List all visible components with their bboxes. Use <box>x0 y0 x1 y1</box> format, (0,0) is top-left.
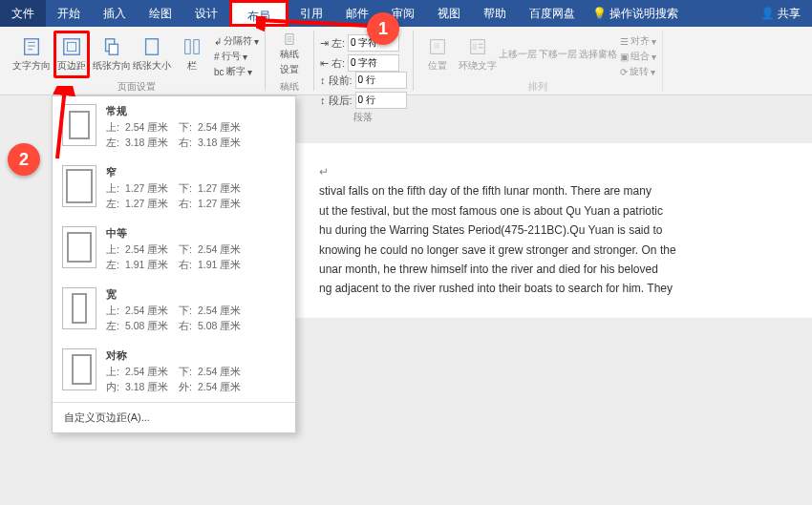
tab-view[interactable]: 视图 <box>426 0 472 27</box>
annotation-marker-1: 1 <box>367 12 399 45</box>
paragraph-mark-icon: ↵ <box>319 165 329 179</box>
indent-left-icon: ⇥ <box>320 37 329 50</box>
line-numbers-button[interactable]: #行号 ▾ <box>214 50 259 63</box>
paper-size-button[interactable]: 纸张大小 <box>134 31 170 78</box>
hyphenation-button[interactable]: bc断字 ▾ <box>214 65 259 78</box>
svg-rect-7 <box>194 40 200 54</box>
selection-pane-button[interactable]: 选择窗格 <box>580 31 616 78</box>
margin-preset-icon <box>62 226 96 268</box>
share-icon: 👤 <box>760 7 775 20</box>
group-paragraph: 段落 <box>320 111 407 124</box>
tab-design[interactable]: 设计 <box>183 0 229 27</box>
page-margin-button[interactable]: 页边距 <box>53 31 90 78</box>
group-icon: ▣ <box>620 52 629 62</box>
group-arrange: 排列 <box>419 80 656 94</box>
margin-dropdown: 常规上:2.54 厘米下:2.54 厘米左:3.18 厘米右:3.18 厘米窄上… <box>52 95 296 433</box>
lightbulb-icon: 💡 <box>592 7 607 20</box>
breaks-icon: ↲ <box>214 36 222 47</box>
tab-draw[interactable]: 绘图 <box>138 0 183 27</box>
ribbon: 文字方向 页边距 纸张方向 纸张大小 栏 ↲分隔符 ▾ #行号 ▾ bc断字 ▾… <box>0 27 812 95</box>
margin-preset-icon <box>62 165 96 207</box>
rotate-button: ⟳ 旋转 ▾ <box>620 65 656 78</box>
space-after-icon: ↕ <box>320 95 326 106</box>
margin-preset-wide[interactable]: 宽上:2.54 厘米下:2.54 厘米左:5.08 厘米右:5.08 厘米 <box>53 280 295 341</box>
align-icon: ☰ <box>620 36 629 47</box>
annotation-marker-2: 2 <box>8 143 40 176</box>
send-backward-button: 下移一层 <box>540 31 576 78</box>
custom-margins-button[interactable]: 自定义页边距(A)... <box>53 402 295 432</box>
bring-forward-button: 上移一层 <box>500 31 536 78</box>
svg-rect-12 <box>472 43 477 50</box>
hyphen-icon: bc <box>214 67 224 77</box>
margin-preset-icon <box>62 348 96 390</box>
tab-file[interactable]: 文件 <box>0 0 46 27</box>
line-no-icon: # <box>214 52 220 62</box>
tab-netdisk[interactable]: 百度网盘 <box>518 0 587 27</box>
tab-help[interactable]: 帮助 <box>472 0 518 27</box>
tab-insert[interactable]: 插入 <box>92 0 138 27</box>
svg-rect-2 <box>67 42 75 51</box>
svg-rect-6 <box>185 40 191 54</box>
space-before-input[interactable] <box>355 72 407 89</box>
margin-preset-narrow[interactable]: 窄上:1.27 厘米下:1.27 厘米左:1.27 厘米右:1.27 厘米 <box>53 158 295 219</box>
svg-rect-1 <box>64 39 80 55</box>
menubar: 文件 开始 插入 绘图 设计 布局 引用 邮件 审阅 视图 帮助 百度网盘 💡 … <box>0 0 812 27</box>
annotation-arrow-2 <box>48 86 76 160</box>
svg-rect-10 <box>434 43 439 49</box>
margin-preset-moderate[interactable]: 中等上:2.54 厘米下:2.54 厘米左:1.91 厘米右:1.91 厘米 <box>53 219 295 280</box>
indent-right-icon: ⇤ <box>320 57 329 70</box>
svg-line-14 <box>57 88 65 158</box>
space-before-icon: ↕ <box>320 74 326 86</box>
svg-rect-5 <box>146 39 159 55</box>
rotate-icon: ⟳ <box>620 67 628 77</box>
orientation-button[interactable]: 纸张方向 <box>94 31 130 78</box>
align-button[interactable]: ☰ 对齐 ▾ <box>620 34 656 48</box>
svg-rect-4 <box>109 44 118 54</box>
share-button[interactable]: 👤 共享 <box>749 0 812 27</box>
annotation-arrow-1 <box>256 16 371 35</box>
document-body[interactable]: ↵ stival falls on the fifth day of the f… <box>296 143 812 318</box>
columns-button[interactable]: 栏 <box>174 31 210 78</box>
wrap-text-button: 环绕文字 <box>459 31 496 78</box>
svg-line-13 <box>258 20 369 26</box>
indent-right-input[interactable] <box>348 54 399 72</box>
tab-start[interactable]: 开始 <box>46 0 92 27</box>
group-paper: 稿纸 <box>271 80 308 94</box>
group-button: ▣ 组合 ▾ <box>620 50 656 63</box>
margin-preset-mirror[interactable]: 对称上:2.54 厘米下:2.54 厘米内:3.18 厘米外:2.54 厘米 <box>53 341 295 402</box>
svg-rect-0 <box>25 39 39 55</box>
paper-settings-button[interactable]: 稿纸设置 <box>271 31 308 78</box>
position-button: 位置 <box>419 31 456 78</box>
tell-me-search[interactable]: 💡 操作说明搜索 <box>592 6 678 22</box>
breaks-button[interactable]: ↲分隔符 ▾ <box>214 34 259 48</box>
text-direction-button[interactable]: 文字方向 <box>13 31 50 78</box>
margin-preset-icon <box>62 287 96 329</box>
margin-preset-normal[interactable]: 常规上:2.54 厘米下:2.54 厘米左:3.18 厘米右:3.18 厘米 <box>53 96 295 158</box>
space-after-input[interactable] <box>355 92 407 109</box>
